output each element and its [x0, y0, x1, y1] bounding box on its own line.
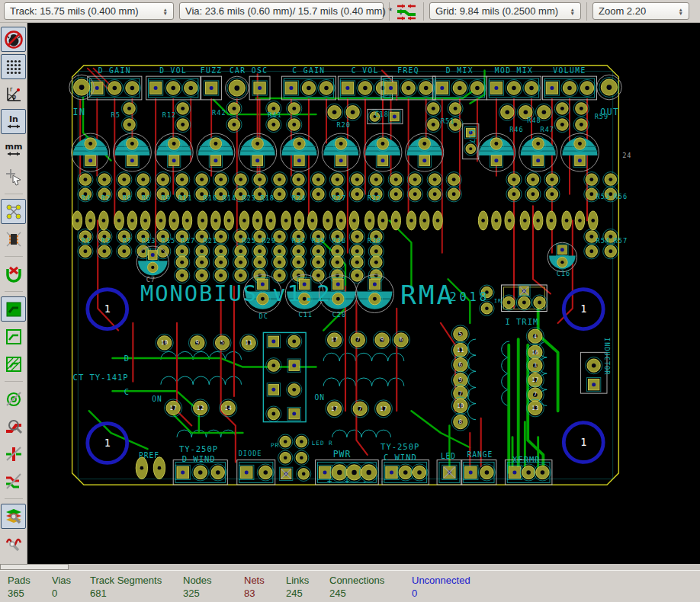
pcb-label: FUZZ [201, 66, 223, 75]
status-label: Links [286, 574, 329, 587]
pcb-label: R8 [123, 194, 132, 202]
status-links: Links245 [286, 571, 329, 602]
units-mm-icon[interactable]: mm [1, 136, 26, 162]
pcb-label: TY-250P [179, 444, 218, 453]
pcb-label: LED R [312, 440, 333, 447]
pcb-label: R41 [268, 111, 281, 119]
grid-size-combo[interactable]: Grid: 9.84 mils (0.2500 mm) ▲▼ [429, 2, 581, 20]
via-size-combo[interactable]: Via: 23.6 mils (0.60 mm)/ 15.7 mils (0.4… [179, 2, 384, 20]
pcb-label: D GAIN [98, 66, 131, 75]
module-ratsnest-icon[interactable] [1, 226, 26, 251]
pcb-label: ON [152, 395, 162, 403]
status-value: 325 [183, 587, 244, 600]
drc-off-icon[interactable] [1, 27, 26, 52]
via-sketch-icon[interactable] [1, 441, 26, 466]
cursor-shape-icon[interactable] [1, 164, 26, 189]
status-value: 0 [412, 587, 503, 600]
pcb-label: R59 [595, 113, 608, 120]
toolbar-separator [5, 498, 23, 499]
pcb-label: D MIX [446, 66, 474, 75]
pcb-label: R11 [178, 194, 192, 202]
svg-text:mm: mm [5, 142, 22, 152]
status-vias: Vias0 [52, 571, 90, 602]
auto-track-width-icon[interactable] [395, 2, 418, 21]
svg-text:11: 11 [457, 347, 464, 354]
pcb-label: R9 [162, 194, 171, 202]
svg-text:17: 17 [531, 376, 539, 383]
svg-text:17: 17 [380, 405, 387, 412]
pcb-label: R13 [142, 237, 156, 245]
pcb-label: D [124, 354, 130, 363]
zone-hatched-icon[interactable] [1, 351, 26, 376]
ratsnest-icon[interactable] [1, 199, 26, 224]
zoom-spinner[interactable]: ▲▼ [679, 8, 683, 15]
status-label: Pads [8, 574, 52, 587]
svg-text:8: 8 [459, 418, 463, 425]
via-size-value: Via: 23.6 mils (0.60 mm)/ 15.7 mils (0.4… [185, 5, 392, 17]
pcb-label: R4 [82, 194, 91, 202]
status-label: Nodes [183, 574, 244, 587]
auto-delete-track-icon[interactable] [1, 261, 26, 287]
grid-size-spinner[interactable]: ▲▼ [570, 8, 575, 15]
pcb-label: R15 [162, 237, 175, 245]
svg-text:12: 12 [197, 405, 204, 411]
status-value: 245 [329, 587, 412, 600]
pcb-label: R42 [212, 109, 226, 117]
pcb-label: R35 [312, 237, 326, 245]
pcb-label: C7 [146, 276, 156, 283]
svg-text:10: 10 [161, 339, 169, 346]
svg-text:3: 3 [534, 362, 538, 369]
pcb-label: - [380, 476, 385, 485]
pcb-label: ON [315, 393, 325, 402]
status-value: 83 [244, 587, 286, 600]
pcb-label: R29 [262, 237, 275, 245]
high-contrast-icon[interactable] [1, 469, 26, 494]
zone-outline-icon[interactable] [1, 324, 26, 349]
svg-text:5: 5 [459, 331, 463, 338]
layers-manager-icon[interactable] [1, 504, 26, 529]
status-pads: Pads365 [8, 571, 52, 602]
track-width-spinner[interactable]: ▲▼ [163, 8, 168, 15]
pcb-label: IN [73, 107, 86, 117]
svg-text:6: 6 [459, 361, 463, 368]
scrollbar-thumb[interactable] [0, 564, 69, 570]
pcb-label: R36 [332, 237, 346, 245]
pcb-label: R57 [614, 237, 628, 245]
pcb-label: INDUCTOR [603, 338, 611, 375]
pcb-label: DC [259, 312, 268, 320]
units-inch-icon[interactable]: In [1, 109, 26, 134]
status-label: Connections [329, 574, 412, 587]
polar-coords-icon[interactable]: rφ [1, 82, 26, 107]
pcb-label: R18 [261, 194, 275, 202]
pcb-label: R5 [111, 111, 120, 119]
track-sketch-icon[interactable] [1, 414, 26, 439]
pcb-label: PREF [139, 451, 159, 460]
pcb-label: XFRMR [512, 455, 541, 464]
svg-text:φ: φ [12, 94, 16, 101]
track-width-combo[interactable]: Track: 15.75 mils (0.400 mm) ▲▼ [4, 2, 174, 20]
zone-filled-icon[interactable] [1, 296, 26, 322]
pcb-label: - [362, 476, 368, 485]
pcb-label: R6 [142, 194, 151, 202]
pcb-label: I TRIM [505, 317, 538, 326]
svg-text:4: 4 [534, 333, 538, 340]
pcb-canvas[interactable]: D GAIND VOLFUZZCAR OSCC GAINC VOLFREQD M… [27, 23, 700, 564]
pcb-label: R31 [292, 237, 306, 245]
svg-text:13: 13 [531, 405, 539, 411]
pcb-label: D VOL [159, 66, 187, 75]
pcb-label: 24 [622, 152, 631, 159]
pad-sketch-icon[interactable] [1, 386, 26, 411]
grid-visibility-icon[interactable] [1, 54, 26, 79]
svg-text:17: 17 [170, 405, 178, 411]
pcb-label: C11 [298, 311, 312, 319]
pcb-label: C20 [332, 311, 346, 319]
horizontal-scrollbar[interactable] [0, 564, 700, 570]
pcb-label: R32 [368, 194, 381, 202]
status-nodes: Nodes325 [183, 571, 244, 602]
svg-text:1: 1 [580, 437, 586, 448]
pcb-label: C GAIN [292, 66, 325, 75]
microwave-icon[interactable] [1, 531, 26, 556]
zoom-combo[interactable]: Zoom 2.20 ▲▼ [592, 2, 689, 20]
status-value: 0 [52, 587, 90, 600]
status-label: Track Segments [90, 574, 183, 587]
